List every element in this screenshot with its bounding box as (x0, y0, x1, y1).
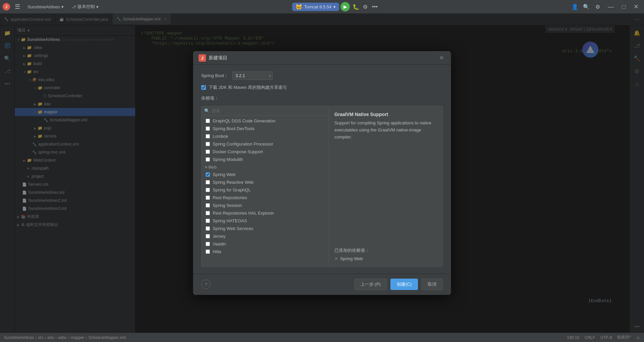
project-selector[interactable]: SunshineAirlines ▾ (25, 3, 66, 11)
maven-index-checkbox-row: 下载 JDK 和 Maven 库的预构建共享索引 (201, 84, 443, 91)
dep-item-rest-repos[interactable]: Rest Repositories (202, 194, 329, 202)
added-deps-label: 已添加的依赖项： (334, 247, 437, 253)
warnings-icon[interactable]: ⚠ (636, 335, 640, 340)
svg-text:J: J (5, 5, 7, 9)
maximize-button[interactable]: □ (619, 3, 628, 10)
dep-item-docker-compose[interactable]: Docker Compose Support (202, 148, 329, 156)
more-button[interactable]: ••• (370, 2, 379, 11)
dep-checkbox-reactive-web[interactable] (206, 180, 210, 184)
dep-item-spring-modulith[interactable]: Spring Modulith (202, 156, 329, 163)
dialog-titlebar: J 新建项目 ✕ (193, 51, 451, 65)
dep-item-config-processor[interactable]: Spring Configuration Processor (202, 140, 329, 148)
dep-item-hateoas[interactable]: Spring HATEOAS (202, 217, 329, 225)
settings-button[interactable]: ⚙ (361, 2, 370, 11)
hamburger-menu[interactable]: ☰ (13, 2, 22, 12)
dep-item-spring-session[interactable]: Spring Session (202, 202, 329, 209)
dep-checkbox-vaadin[interactable] (206, 242, 210, 246)
dep-checkbox-config-processor[interactable] (206, 142, 210, 146)
dep-item-spring-web[interactable]: Spring Web (202, 171, 329, 178)
spring-boot-label: Spring Boot： (201, 73, 228, 79)
status-bar: SunshineAirlines › src › edu › wtbu › ma… (0, 333, 644, 342)
minimize-button[interactable]: — (605, 3, 616, 10)
vcs-selector[interactable]: ⎇ 版本控制 ▾ (69, 2, 101, 11)
vcs-chevron-icon: ▾ (96, 4, 99, 9)
deps-columns: 🔍 GraphQL DGS Code Generation Spring Boo… (201, 106, 443, 267)
run-config-chevron-icon: ▾ (333, 4, 336, 9)
dep-checkbox-spring-session[interactable] (206, 203, 210, 208)
back-button[interactable]: 上一步 (P) (354, 279, 387, 290)
dep-item-web-services[interactable]: Spring Web Services (202, 225, 329, 232)
statusbar-right: 190:10 CRLF UTF-8 制表符* ⚠ (567, 335, 640, 340)
help-button[interactable]: ? (201, 280, 211, 289)
dep-item-lombok[interactable]: Lombok (202, 132, 329, 140)
dep-checkbox-spring-modulith[interactable] (206, 157, 210, 162)
dep-checkbox-docker-compose[interactable] (206, 150, 210, 154)
run-config-selector[interactable]: 🐱 Tomcat 8.5.54 ▾ (292, 3, 339, 11)
dialog-logo: J (199, 54, 206, 62)
added-dep-spring-web: ✕ Spring Web (334, 256, 437, 261)
dep-desc-title: GraalVM Native Support (334, 112, 437, 117)
dep-checkbox-web-services[interactable] (206, 226, 210, 231)
added-deps-section: 已添加的依赖项： ✕ Spring Web (334, 247, 437, 261)
titlebar: J ☰ SunshineAirlines ▾ ⎇ 版本控制 ▾ 🐱 Tomcat… (0, 0, 644, 13)
run-button[interactable]: ▶ (340, 2, 350, 11)
dep-checkbox-hal-explorer[interactable] (206, 211, 210, 215)
remove-spring-web-icon[interactable]: ✕ (334, 256, 338, 261)
dep-section-web[interactable]: ▾ Web (202, 163, 329, 171)
dep-checkbox-graphql-web[interactable] (206, 188, 210, 192)
dep-item-reactive-web[interactable]: Spring Reactive Web (202, 178, 329, 186)
dep-item-hal-explorer[interactable]: Rest Repositories HAL Explorer (202, 209, 329, 217)
app-logo: J (3, 3, 10, 10)
line-ending[interactable]: CRLF (585, 335, 595, 340)
deps-label: 依赖项： (201, 95, 443, 101)
spring-boot-select[interactable]: 3.2.1 (232, 71, 273, 80)
dep-item-graphql[interactable]: GraphQL DGS Code Generation (202, 117, 329, 125)
svg-text:J: J (201, 56, 203, 61)
account-icon[interactable]: 👤 (570, 2, 580, 11)
dep-checkbox-rest-repos[interactable] (206, 195, 210, 200)
new-project-dialog: J 新建项目 ✕ Spring Boot： 3.2.1 ▾ 下载 (193, 51, 451, 295)
titlebar-actions: 👤 🔍 ⚙ (570, 2, 602, 11)
maven-index-label: 下载 JDK 和 Maven 库的预构建共享索引 (209, 84, 287, 91)
dep-checkbox-hateoas[interactable] (206, 219, 210, 223)
dep-item-jersey[interactable]: Jersey (202, 232, 329, 240)
dep-desc-text: Support for compiling Spring application… (334, 120, 437, 140)
deps-right-panel: GraalVM Native Support Support for compi… (329, 106, 442, 267)
dep-checkbox-lombok[interactable] (206, 134, 210, 138)
indent[interactable]: 制表符* (617, 335, 631, 340)
titlebar-center: 🐱 Tomcat 8.5.54 ▾ ▶ 🐛 ⚙ ••• (104, 2, 568, 11)
settings-gear-icon[interactable]: ⚙ (593, 2, 602, 11)
encoding[interactable]: UTF-8 (600, 335, 612, 340)
dep-checkbox-jersey[interactable] (206, 234, 210, 238)
dep-item-graphql-web[interactable]: Spring for GraphQL (202, 186, 329, 194)
close-button[interactable]: ✕ (631, 3, 641, 10)
dialog-body: Spring Boot： 3.2.1 ▾ 下载 JDK 和 Maven 库的预构… (193, 65, 451, 274)
dep-checkbox-graphql[interactable] (206, 119, 210, 123)
deps-left-panel: 🔍 GraphQL DGS Code Generation Spring Boo… (202, 106, 329, 267)
dialog-footer: ? 上一步 (P) 创建(C) 取消 (193, 274, 451, 295)
dep-checkbox-spring-web[interactable] (206, 172, 210, 177)
cancel-button[interactable]: 取消 (421, 279, 443, 290)
breadcrumb: SunshineAirlines › src › edu › wtbu › ma… (4, 335, 126, 340)
maven-index-checkbox[interactable] (201, 85, 206, 90)
statusbar-left: SunshineAirlines › src › edu › wtbu › ma… (4, 335, 561, 340)
debug-button[interactable]: 🐛 (351, 2, 361, 11)
deps-search-input[interactable] (212, 108, 326, 113)
deps-search-icon: 🔍 (204, 108, 210, 113)
spring-boot-version-selector[interactable]: 3.2.1 ▾ (232, 71, 273, 80)
search-icon[interactable]: 🔍 (582, 2, 591, 11)
section-collapse-icon: ▾ (205, 165, 207, 170)
dep-checkbox-hilla[interactable] (206, 249, 210, 254)
spring-boot-row: Spring Boot： 3.2.1 ▾ (201, 71, 443, 80)
dep-item-hilla[interactable]: Hilla (202, 248, 329, 255)
deps-search-bar: 🔍 (202, 106, 329, 116)
dep-checkbox-devtools[interactable] (206, 126, 210, 131)
create-button[interactable]: 创建(C) (390, 279, 418, 290)
deps-list: GraphQL DGS Code Generation Spring Boot … (202, 116, 329, 267)
dep-item-devtools[interactable]: Spring Boot DevTools (202, 125, 329, 132)
project-chevron-icon: ▾ (61, 4, 64, 9)
dep-item-vaadin[interactable]: Vaadin (202, 240, 329, 248)
dialog-title: 新建项目 (209, 55, 227, 61)
dialog-close-button[interactable]: ✕ (437, 54, 445, 62)
cursor-position[interactable]: 190:10 (567, 335, 579, 340)
